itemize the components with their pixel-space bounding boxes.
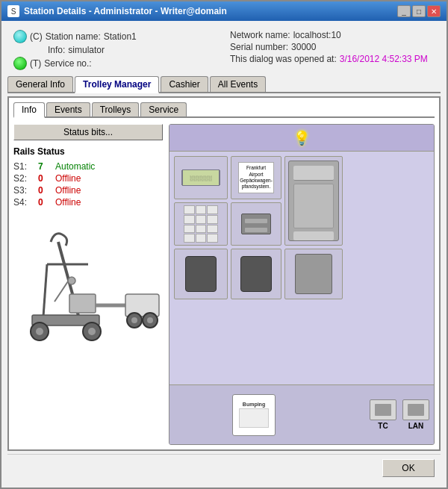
tc-inner [375,404,391,416]
coin-hopper-1-body [185,256,217,292]
tab-content-area: Status bits... Rails Status S1: 7 Automa… [13,124,435,445]
tab-all-events[interactable]: All Events [210,76,266,92]
serial-number-val: 30000 [291,42,316,52]
rail-s2-label: S2: [13,173,32,184]
tab-cashier[interactable]: Cashier [161,76,208,92]
dialog-opened-key: This dialog was opened at: [230,54,337,64]
rail-s1-label: S1: [13,161,32,172]
kp-key-5 [196,215,207,224]
rail-row-s3: S3: 0 Offline [13,185,163,196]
kp-key-star [184,234,195,243]
service-no-key: Service no.: [44,58,91,69]
tc-label: TC [378,422,388,430]
window-title: Station Details - Administrator - Writer… [24,6,227,16]
app-icon: S [7,5,19,17]
keypad-grid [184,205,218,243]
t-status-circle [13,57,27,70]
right-info: Network name: localhost:10 Serial number… [230,30,435,70]
tab-info[interactable]: Info [13,102,45,118]
rail-row-s1: S1: 7 Automatic [13,161,163,172]
bumping-label: Bumping [243,402,265,407]
svg-point-12 [131,317,137,323]
rail-s2-num: 0 [38,173,49,184]
network-name-key: Network name: [230,30,290,40]
station-name-key: Station name: [46,31,101,42]
serial-number-key: Serial number: [230,42,288,52]
service-row: (T) Service no.: [13,57,218,70]
c-status-circle [13,30,27,43]
kp-key-7 [184,225,195,234]
screen-content: ░░░░░░ [182,169,220,186]
main-window: S Station Details - Administrator - Writ… [0,0,448,489]
machine-label-card: Frankfurt Airport Gepäckwagen- pfandsyst… [231,156,281,199]
printer-body [293,184,334,228]
lightbulb-icon: 💡 [293,130,310,146]
minimize-button[interactable]: _ [397,5,411,17]
kp-key-2 [196,205,207,214]
maximize-button[interactable]: □ [412,5,426,17]
svg-point-5 [36,328,43,335]
c-label: (C) [30,31,43,42]
serial-row: Serial number: 30000 [230,42,435,52]
svg-point-14 [147,317,153,323]
rail-s3-num: 0 [38,185,49,196]
svg-point-16 [68,277,75,284]
machine-coin-hopper-1 [174,249,228,299]
tab-events[interactable]: Events [46,102,90,116]
machine-keypad [174,202,228,246]
rail-s1-num: 7 [38,161,49,172]
station-name-row: (C) Station name: Station1 [13,30,218,43]
machine-bottom-bar: Bumping TC [169,384,434,444]
lan-section: LAN [402,399,429,430]
screen-display-inner: ░░░░░░ [181,170,220,185]
t-label: (T) [30,58,41,69]
left-panel: Status bits... Rails Status S1: 7 Automa… [13,124,163,445]
station-name-val: Station1 [104,31,137,42]
window-controls: _ □ ✕ [397,5,441,17]
module-3-body [295,254,332,294]
rail-row-s4: S4: 0 Offline [13,197,163,208]
tab-trolley-manager[interactable]: Trolley Manager [75,76,159,93]
svg-line-15 [55,279,69,302]
printer-base [293,231,334,240]
dialog-opened-row: This dialog was opened at: 3/16/2012 4:5… [230,54,435,64]
rail-s4-status: Offline [55,197,81,208]
status-bits-button[interactable]: Status bits... [13,124,163,140]
bumping-unit: Bumping [232,394,276,436]
tc-icon [370,399,396,420]
printer-unit [288,161,339,241]
rails-status-title: Rails Status [13,146,163,157]
airport-label: Frankfurt Airport Gepäckwagen- pfandsyst… [238,162,274,193]
rail-s3-label: S3: [13,185,32,196]
rail-row-s2: S2: 0 Offline [13,173,163,184]
tab-general-info[interactable]: General Info [7,76,73,92]
lan-icon [402,399,429,420]
bumping-display [239,408,269,428]
ok-button[interactable]: OK [382,459,435,477]
machine-top-header: 💡 [169,125,434,152]
kp-key-8 [196,225,207,234]
machine-printer [284,156,343,246]
kp-key-0 [196,234,207,243]
tc-section: TC [370,399,396,430]
machine-coin-hopper-2 [231,249,281,299]
svg-rect-8 [69,294,96,313]
kp-key-1 [184,205,195,214]
info-key: Info: [48,45,65,55]
machine-display-screen: ░░░░░░ [174,156,228,199]
outer-tab-bar: General Info Trolley Manager Cashier All… [7,76,441,93]
machine-visualization: 💡 ░░░░░░ Frank [169,124,435,445]
tab-trolleys[interactable]: Trolleys [92,102,140,116]
info-row: Info: simulator [13,45,218,55]
content-area: (C) Station name: Station1 Info: simulat… [1,21,447,488]
dialog-opened-val: 3/16/2012 4:52:33 PM [340,54,428,64]
kp-key-hash [207,234,218,243]
rail-s4-num: 0 [38,197,49,208]
printer-paper-slot [293,166,334,181]
svg-line-2 [43,264,47,317]
header-info: (C) Station name: Station1 Info: simulat… [7,27,441,73]
rail-s2-status: Offline [55,173,81,184]
rail-s4-label: S4: [13,197,32,208]
close-button[interactable]: ✕ [427,5,441,17]
tab-service[interactable]: Service [140,102,187,116]
